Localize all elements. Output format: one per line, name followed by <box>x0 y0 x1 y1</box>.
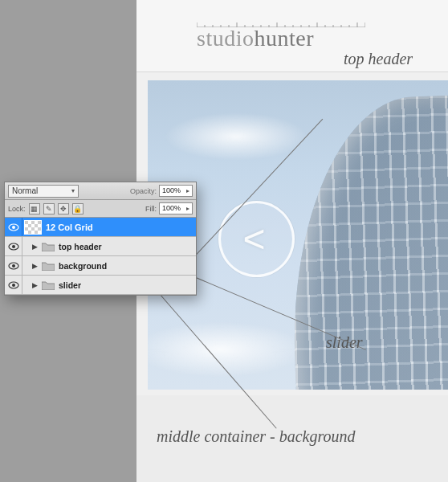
site-top-header: studiohunter <box>136 0 448 72</box>
svg-point-28 <box>12 264 15 268</box>
lock-pixels-icon[interactable]: ✎ <box>43 203 55 214</box>
eye-icon <box>8 281 19 289</box>
visibility-toggle[interactable] <box>5 256 22 275</box>
folder-icon <box>41 260 55 272</box>
building-image <box>286 92 448 390</box>
fill-value: 100% <box>162 203 181 214</box>
chevron-down-icon: ▸ <box>186 203 189 214</box>
twirl-icon[interactable]: ▶ <box>29 281 40 289</box>
visibility-toggle[interactable] <box>5 237 22 255</box>
fill-label: Fill: <box>145 205 157 213</box>
lock-position-icon[interactable]: ✥ <box>58 203 69 214</box>
chevron-down-icon: ▸ <box>186 186 189 196</box>
eye-icon <box>8 243 19 251</box>
panel-lock-row: Lock: ▦ ✎ ✥ 🔒 Fill: 100% ▸ <box>5 200 196 218</box>
lock-icons: ▦ ✎ ✥ 🔒 <box>29 203 83 214</box>
blend-mode-select[interactable]: Normal ▾ <box>8 185 79 198</box>
opacity-control: Opacity: 100% ▸ <box>130 185 193 197</box>
twirl-icon[interactable]: ▶ <box>29 262 40 270</box>
fill-input[interactable]: 100% ▸ <box>159 202 193 214</box>
layer-thumbnail <box>24 220 42 235</box>
layer-row-slider[interactable]: ▶ slider <box>5 276 196 295</box>
layer-row-top-header[interactable]: ▶ top header <box>5 237 196 256</box>
layer-name: top header <box>59 242 102 251</box>
blend-mode-value: Normal <box>12 186 38 197</box>
svg-point-30 <box>12 284 15 287</box>
opacity-input[interactable]: 100% ▸ <box>159 185 193 197</box>
cloud-decoration <box>164 112 308 161</box>
layer-row-background[interactable]: ▶ background <box>5 256 196 276</box>
site-logo: studiohunter <box>197 26 314 51</box>
opacity-value: 100% <box>162 186 181 196</box>
cloud-decoration <box>148 321 308 378</box>
logo-suffix: hunter <box>254 26 314 51</box>
svg-point-26 <box>12 245 15 248</box>
layers-list: 12 Col Grid ▶ top header <box>5 218 196 295</box>
chevron-down-icon: ▾ <box>71 186 75 197</box>
eye-icon <box>8 262 19 270</box>
opacity-label: Opacity: <box>130 187 157 195</box>
slider-prev-button[interactable]: < <box>218 201 295 277</box>
visibility-toggle[interactable] <box>5 218 22 236</box>
layer-row-12-col-grid[interactable]: 12 Col Grid <box>5 218 196 237</box>
layer-name: 12 Col Grid <box>46 223 93 232</box>
twirl-icon[interactable]: ▶ <box>29 243 40 251</box>
visibility-toggle[interactable] <box>5 276 22 294</box>
chevron-left-icon: < <box>242 217 265 261</box>
svg-point-24 <box>12 226 15 229</box>
folder-icon <box>41 280 55 291</box>
layers-panel: Normal ▾ Opacity: 100% ▸ Lock: ▦ ✎ ✥ 🔒 F… <box>4 182 197 296</box>
lock-all-icon[interactable]: 🔒 <box>72 203 83 214</box>
fill-control: Fill: 100% ▸ <box>145 202 193 214</box>
panel-options-row: Normal ▾ Opacity: 100% ▸ <box>5 182 196 200</box>
lock-label: Lock: <box>8 205 26 213</box>
folder-icon <box>41 241 55 252</box>
site-bottom-strip <box>136 395 448 482</box>
logo-prefix: studio <box>197 26 254 51</box>
layer-name: slider <box>59 280 81 290</box>
layer-name: background <box>59 261 107 271</box>
eye-icon <box>8 223 19 231</box>
lock-transparency-icon[interactable]: ▦ <box>29 203 40 214</box>
